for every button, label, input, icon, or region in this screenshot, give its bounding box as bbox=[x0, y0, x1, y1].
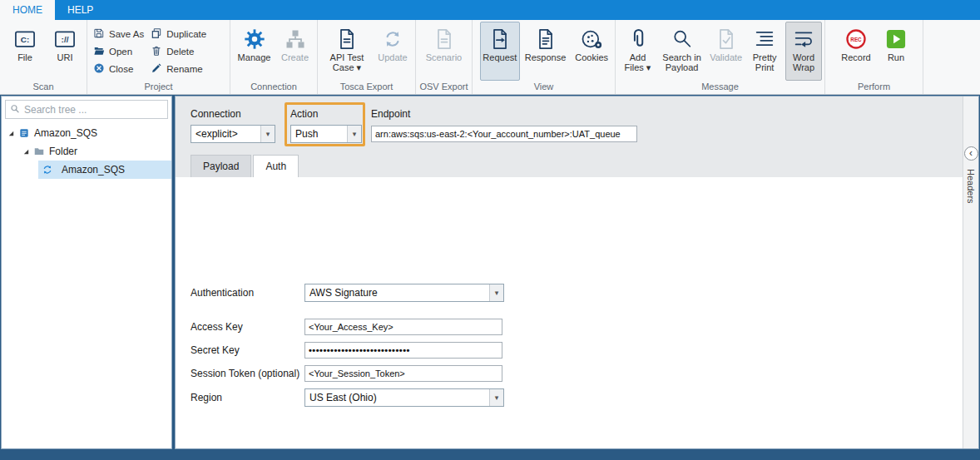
chevron-left-icon: ‹ bbox=[969, 147, 973, 159]
payload-auth-tabs: Payload Auth bbox=[191, 155, 299, 177]
response-button[interactable]: Response bbox=[522, 22, 570, 81]
action-label: Action bbox=[290, 108, 318, 120]
uri-icon: :// bbox=[53, 25, 77, 52]
ribbon-tab-bar: HOME HELP bbox=[0, 0, 980, 20]
response-document-icon bbox=[534, 25, 557, 52]
delete-button[interactable]: Delete bbox=[151, 45, 206, 58]
authentication-row: Authentication AWS Signature ▾ bbox=[191, 284, 504, 302]
connection-header-bar: Connection <explicit> ▾ Action Push ▾ En… bbox=[176, 96, 963, 177]
search-input[interactable] bbox=[24, 104, 163, 116]
word-wrap-icon bbox=[792, 25, 815, 52]
expander-icon[interactable] bbox=[22, 148, 30, 156]
svg-text:C:: C: bbox=[21, 34, 29, 43]
open-folder-icon bbox=[93, 45, 105, 58]
cookie-icon bbox=[580, 25, 603, 52]
save-icon bbox=[93, 27, 105, 41]
scenario-button[interactable]: Scenario bbox=[421, 22, 468, 81]
region-select[interactable]: US East (Ohio) ▾ bbox=[304, 388, 504, 407]
group-tosca-export: API Test Case ▾ Update Tosca Export bbox=[318, 20, 416, 94]
access-key-input[interactable] bbox=[304, 319, 502, 335]
session-token-label: Session Token (optional) bbox=[191, 368, 304, 379]
tree-item-root[interactable]: Amazon_SQS bbox=[2, 124, 171, 142]
connection-select[interactable]: <explicit> ▾ bbox=[191, 125, 275, 143]
region-label: Region bbox=[191, 392, 304, 403]
folder-icon bbox=[33, 146, 45, 157]
region-row: Region US East (Ohio) ▾ bbox=[191, 388, 504, 407]
request-button[interactable]: Request bbox=[480, 22, 520, 81]
endpoint-input[interactable] bbox=[371, 126, 637, 142]
secret-key-row: Secret Key bbox=[191, 341, 502, 359]
run-button[interactable]: Run bbox=[878, 22, 914, 81]
file-drive-icon: C: bbox=[13, 25, 37, 52]
open-button[interactable]: Open bbox=[93, 45, 144, 58]
headers-collapse-button[interactable]: ‹ bbox=[964, 146, 978, 161]
search-in-payload-button[interactable]: Search in Payload bbox=[657, 22, 706, 81]
secret-key-label: Secret Key bbox=[191, 344, 304, 356]
save-as-button[interactable]: Save As bbox=[93, 27, 144, 41]
validate-check-icon bbox=[715, 25, 738, 52]
authentication-select[interactable]: AWS Signature ▾ bbox=[304, 284, 504, 302]
access-key-row: Access Key bbox=[191, 318, 502, 336]
pretty-print-button[interactable]: Pretty Print bbox=[745, 22, 784, 81]
tree-search-box bbox=[5, 100, 168, 119]
indented-lines-icon bbox=[753, 25, 776, 52]
group-connection: Manage Create Connection bbox=[230, 20, 318, 94]
tab-help[interactable]: HELP bbox=[55, 0, 106, 20]
sitemap-icon bbox=[284, 25, 307, 52]
action-select[interactable]: Push ▾ bbox=[290, 125, 362, 143]
ribbon: C: File :// URI Scan Save A bbox=[0, 20, 980, 95]
close-icon bbox=[93, 62, 105, 76]
uri-button[interactable]: :// URI bbox=[46, 22, 84, 81]
svg-text:://: :// bbox=[62, 34, 69, 43]
connection-label: Connection bbox=[191, 108, 241, 120]
chevron-down-icon[interactable]: ▾ bbox=[489, 284, 503, 301]
selected-tree-item: Amazon_SQS bbox=[38, 161, 171, 179]
rename-button[interactable]: Rename bbox=[151, 62, 206, 76]
request-document-icon bbox=[488, 25, 512, 52]
connection-tree: Amazon_SQS Folder Amazon_SQS bbox=[2, 124, 171, 179]
chevron-down-icon[interactable]: ▾ bbox=[260, 126, 275, 142]
group-osv-export: Scenario OSV Export bbox=[416, 20, 473, 94]
manage-button[interactable]: Manage bbox=[235, 22, 274, 81]
update-button[interactable]: Update bbox=[374, 22, 412, 81]
group-label-view: View bbox=[473, 81, 615, 94]
chevron-down-icon[interactable]: ▾ bbox=[347, 126, 361, 142]
tab-payload[interactable]: Payload bbox=[191, 155, 251, 177]
add-files-button[interactable]: Add Files ▾ bbox=[620, 22, 656, 81]
group-label-osv-export: OSV Export bbox=[416, 81, 472, 94]
tab-home[interactable]: HOME bbox=[0, 0, 55, 20]
chevron-down-icon[interactable]: ▾ bbox=[489, 389, 503, 406]
duplicate-button[interactable]: Duplicate bbox=[151, 27, 206, 41]
group-label-scan: Scan bbox=[0, 81, 87, 94]
pencil-icon bbox=[151, 62, 162, 76]
validate-button[interactable]: Validate bbox=[708, 22, 744, 81]
duplicate-icon bbox=[151, 27, 162, 41]
word-wrap-button[interactable]: Word Wrap bbox=[785, 22, 822, 81]
session-token-input[interactable] bbox=[304, 365, 502, 382]
secret-key-input[interactable] bbox=[304, 342, 502, 359]
close-button[interactable]: Close bbox=[93, 62, 144, 76]
scan-node-icon bbox=[18, 127, 30, 139]
tree-item-amazon-sqs[interactable]: Amazon_SQS bbox=[2, 161, 171, 179]
gear-icon bbox=[243, 25, 266, 52]
group-project: Save As Open Close Duplicate bbox=[87, 20, 230, 94]
tree-item-folder[interactable]: Folder bbox=[2, 142, 171, 161]
headers-tab[interactable]: Headers bbox=[966, 169, 976, 204]
access-key-label: Access Key bbox=[191, 321, 304, 333]
group-label-message: Message bbox=[616, 81, 824, 94]
trash-icon bbox=[151, 45, 162, 58]
record-rec-icon: REC bbox=[844, 25, 868, 52]
file-button[interactable]: C: File bbox=[6, 22, 44, 81]
api-test-case-button[interactable]: API Test Case ▾ bbox=[322, 22, 372, 81]
record-button[interactable]: REC Record bbox=[836, 22, 876, 81]
sync-icon bbox=[42, 164, 53, 176]
create-button[interactable]: Create bbox=[275, 22, 314, 81]
tab-auth[interactable]: Auth bbox=[253, 155, 299, 177]
group-view: Request Response Cookies View bbox=[473, 20, 616, 94]
document-icon bbox=[335, 25, 359, 52]
group-label-tosca-export: Tosca Export bbox=[318, 81, 415, 94]
search-icon bbox=[10, 102, 20, 117]
app-window: HOME HELP C: File :// URI Scan bbox=[0, 0, 980, 460]
cookies-button[interactable]: Cookies bbox=[571, 22, 612, 81]
expander-icon[interactable] bbox=[7, 130, 15, 137]
